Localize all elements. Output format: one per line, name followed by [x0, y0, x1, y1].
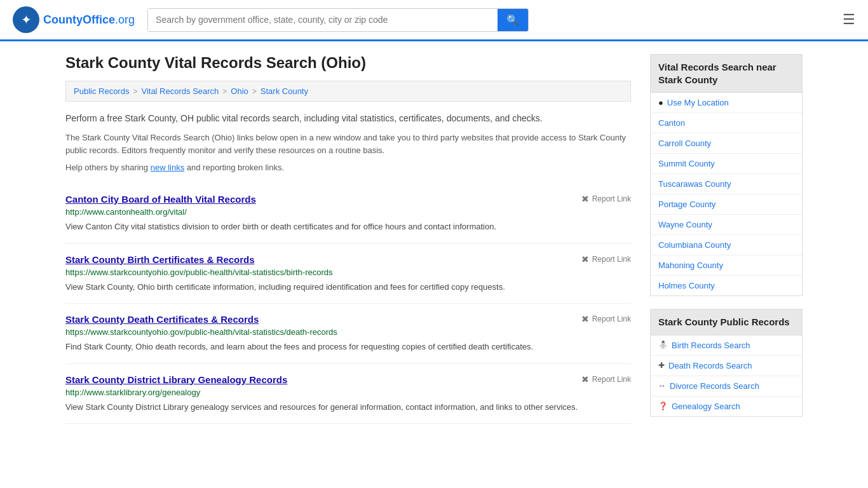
result-header-1: Canton City Board of Health Vital Record… — [65, 194, 631, 205]
pr-label-2: Death Records Search — [668, 361, 752, 370]
nearby-item-4[interactable]: Tuscarawas County — [651, 174, 802, 194]
public-records-list: ⛄ Birth Records Search ✚ Death Records S… — [650, 335, 803, 417]
breadcrumb-sep-1: > — [133, 87, 137, 96]
page-title: Stark County Vital Records Search (Ohio) — [65, 54, 631, 72]
use-my-location-link[interactable]: ● Use My Location — [658, 98, 794, 107]
report-label-4: Report Link — [592, 375, 631, 384]
pr-icon-3: ↔ — [658, 381, 666, 390]
logo-text: CountyOffice.org — [43, 13, 135, 27]
breadcrumb-link-public-records[interactable]: Public Records — [74, 86, 129, 96]
result-header-3: Stark County Death Certificates & Record… — [65, 314, 631, 325]
nearby-item-1[interactable]: Canton — [651, 113, 802, 133]
nearby-item-2[interactable]: Carroll County — [651, 133, 802, 154]
pr-item-1[interactable]: ⛄ Birth Records Search — [651, 336, 802, 356]
intro-text-2: The Stark County Vital Records Search (O… — [65, 132, 631, 156]
report-link-1[interactable]: ✖ Report Link — [581, 194, 631, 204]
result-title-1[interactable]: Canton City Board of Health Vital Record… — [65, 194, 256, 205]
nearby-link-6[interactable]: Wayne County — [658, 220, 794, 229]
new-links-link[interactable]: new links — [151, 163, 184, 172]
pr-label-1: Birth Records Search — [672, 341, 750, 350]
nearby-link-9[interactable]: Holmes County — [658, 281, 794, 290]
report-icon-4: ✖ — [581, 374, 589, 384]
pr-item-4[interactable]: ❓ Genealogy Search — [651, 396, 802, 416]
search-button[interactable]: 🔍 — [498, 9, 528, 31]
result-card-1: Canton City Board of Health Vital Record… — [65, 184, 631, 244]
report-icon-3: ✖ — [581, 314, 589, 324]
pr-link-1[interactable]: ⛄ Birth Records Search — [658, 341, 794, 350]
nearby-link-4[interactable]: Tuscarawas County — [658, 179, 794, 189]
pr-icon-4: ❓ — [658, 402, 668, 410]
breadcrumb-link-vital-records[interactable]: Vital Records Search — [141, 86, 219, 96]
nearby-link-3[interactable]: Summit County — [658, 159, 794, 168]
result-url-3[interactable]: https://www.starkcountyohio.gov/public-h… — [65, 327, 631, 337]
report-link-2[interactable]: ✖ Report Link — [581, 254, 631, 264]
result-title-4[interactable]: Stark County District Library Genealogy … — [65, 374, 287, 385]
result-header-2: Stark County Birth Certificates & Record… — [65, 254, 631, 265]
pr-label-3: Divorce Records Search — [670, 381, 759, 391]
report-link-3[interactable]: ✖ Report Link — [581, 314, 631, 324]
nearby-item-5[interactable]: Portage County — [651, 194, 802, 215]
report-label-3: Report Link — [592, 315, 631, 323]
pr-icon-2: ✚ — [658, 361, 665, 370]
result-url-link-3[interactable]: https://www.starkcountyohio.gov/public-h… — [65, 327, 337, 337]
logo-icon: ✦ — [13, 6, 39, 33]
report-icon-1: ✖ — [581, 194, 589, 204]
results-list: Canton City Board of Health Vital Record… — [65, 184, 631, 424]
result-desc-1: View Canton City vital statistics divisi… — [65, 220, 631, 233]
result-card-4: Stark County District Library Genealogy … — [65, 364, 631, 424]
location-icon: ● — [658, 98, 663, 107]
nearby-link-7[interactable]: Columbiana County — [658, 240, 794, 250]
nearby-item-3[interactable]: Summit County — [651, 154, 802, 174]
result-url-link-1[interactable]: http://www.cantonhealth.org/vital/ — [65, 207, 187, 217]
result-desc-3: Find Stark County, Ohio death records, a… — [65, 341, 631, 353]
result-header-4: Stark County District Library Genealogy … — [65, 374, 631, 385]
breadcrumb-link-stark-county[interactable]: Stark County — [261, 86, 308, 96]
intro-text-1: Perform a free Stark County, OH public v… — [65, 112, 631, 125]
report-icon-2: ✖ — [581, 254, 589, 264]
public-records-header: Stark County Public Records — [650, 309, 803, 335]
result-url-4[interactable]: http://www.starklibrary.org/genealogy — [65, 388, 631, 397]
result-url-link-2[interactable]: https://www.starkcountyohio.gov/public-h… — [65, 268, 333, 277]
result-card-3: Stark County Death Certificates & Record… — [65, 304, 631, 364]
report-label-2: Report Link — [592, 255, 631, 264]
nearby-link-2[interactable]: Carroll County — [658, 139, 794, 148]
nearby-link-8[interactable]: Mahoning County — [658, 261, 794, 270]
nearby-link-5[interactable]: Portage County — [658, 200, 794, 209]
search-bar: 🔍 — [147, 8, 529, 32]
pr-item-2[interactable]: ✚ Death Records Search — [651, 356, 802, 376]
nearby-section-header: Vital Records Search near Stark County — [650, 54, 803, 92]
pr-link-3[interactable]: ↔ Divorce Records Search — [658, 381, 794, 391]
logo[interactable]: ✦ CountyOffice.org — [13, 6, 135, 33]
pr-icon-1: ⛄ — [658, 341, 668, 349]
nearby-section: Vital Records Search near Stark County ●… — [650, 54, 803, 296]
menu-button[interactable]: ☰ — [843, 11, 855, 28]
breadcrumb-link-ohio[interactable]: Ohio — [231, 86, 248, 96]
result-desc-2: View Stark County, Ohio birth certificat… — [65, 281, 631, 294]
nearby-item-9[interactable]: Holmes County — [651, 276, 802, 295]
help-text: Help others by sharing new links and rep… — [65, 163, 631, 172]
nearby-item-8[interactable]: Mahoning County — [651, 255, 802, 276]
result-title-3[interactable]: Stark County Death Certificates & Record… — [65, 314, 259, 325]
nearby-link-1[interactable]: Canton — [658, 118, 794, 128]
use-my-location-item[interactable]: ● Use My Location — [651, 93, 802, 113]
result-url-1[interactable]: http://www.cantonhealth.org/vital/ — [65, 207, 631, 217]
public-records-section: Stark County Public Records ⛄ Birth Reco… — [650, 309, 803, 417]
result-card-2: Stark County Birth Certificates & Record… — [65, 244, 631, 304]
breadcrumb-sep-2: > — [222, 87, 227, 96]
breadcrumb-sep-3: > — [252, 87, 257, 96]
sidebar: Vital Records Search near Stark County ●… — [650, 54, 803, 430]
result-url-2[interactable]: https://www.starkcountyohio.gov/public-h… — [65, 268, 631, 277]
result-desc-4: View Stark County District Library genea… — [65, 401, 631, 414]
nearby-item-6[interactable]: Wayne County — [651, 215, 802, 235]
pr-link-2[interactable]: ✚ Death Records Search — [658, 361, 794, 370]
report-link-4[interactable]: ✖ Report Link — [581, 374, 631, 384]
result-url-link-4[interactable]: http://www.starklibrary.org/genealogy — [65, 388, 200, 397]
result-title-2[interactable]: Stark County Birth Certificates & Record… — [65, 254, 255, 265]
nearby-list: ● Use My Location CantonCarroll CountySu… — [650, 92, 803, 296]
pr-link-4[interactable]: ❓ Genealogy Search — [658, 402, 794, 411]
search-input[interactable] — [148, 9, 498, 31]
pr-label-4: Genealogy Search — [672, 402, 740, 411]
pr-item-3[interactable]: ↔ Divorce Records Search — [651, 376, 802, 396]
breadcrumb: Public Records > Vital Records Search > … — [65, 81, 631, 102]
nearby-item-7[interactable]: Columbiana County — [651, 235, 802, 255]
